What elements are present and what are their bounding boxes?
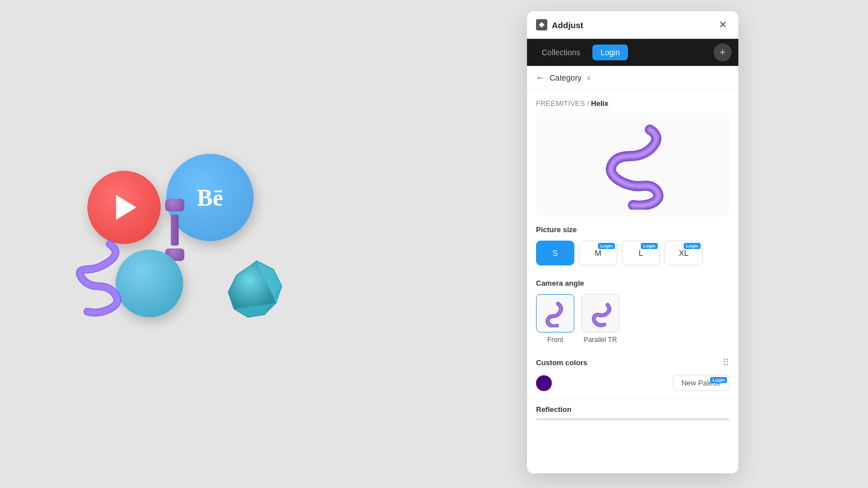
reflection-section: Reflection <box>527 398 738 427</box>
panel-title: Addjust <box>552 20 583 30</box>
collections-tab[interactable]: Collections <box>534 45 588 60</box>
size-buttons-group: S M Login L Login XL Login <box>536 241 729 265</box>
camera-parallel-tr-option[interactable]: Parallel TR <box>581 294 619 344</box>
app-icon <box>536 19 547 30</box>
preview-area <box>536 112 729 216</box>
color-swatch[interactable] <box>536 375 552 391</box>
close-button[interactable]: ✕ <box>716 18 729 32</box>
icons-cluster: Bē <box>70 126 307 362</box>
reflection-slider[interactable] <box>536 418 729 420</box>
youtube-icon <box>87 171 161 244</box>
item-name: Helix <box>591 99 609 108</box>
camera-parallel-tr-label: Parallel TR <box>583 336 617 344</box>
picture-size-title: Picture size <box>536 225 729 234</box>
breadcrumb-category: Category <box>550 73 582 82</box>
login-tab[interactable]: Login <box>592 45 627 60</box>
picture-size-section: Picture size S M Login L Login XL Login <box>527 216 738 270</box>
camera-front-label: Front <box>547 336 563 344</box>
add-button[interactable]: + <box>714 43 732 61</box>
helix-left-icon <box>65 238 132 329</box>
item-path: FREEMITIVES / Helix <box>527 90 738 112</box>
camera-options-group: Front Parallel TR <box>536 294 729 344</box>
panel-header: Addjust ✕ <box>527 11 738 39</box>
custom-colors-title: Custom colors <box>536 358 587 367</box>
size-s-button[interactable]: S <box>536 241 574 265</box>
camera-front-thumb <box>536 294 574 332</box>
panel-title-area: Addjust <box>536 19 583 30</box>
dodecahedron-icon <box>217 255 296 334</box>
dumbbell-top-plate <box>165 199 184 211</box>
size-m-login-badge: Login <box>598 243 615 249</box>
size-m-button[interactable]: M Login <box>579 241 617 265</box>
new-palette-login-badge: Login <box>710 377 727 383</box>
reflection-title: Reflection <box>536 405 729 414</box>
camera-front-option[interactable]: Front <box>536 294 574 344</box>
camera-angle-section: Camera angle Front <box>527 270 738 348</box>
grid-icon[interactable]: ⠿ <box>723 357 729 368</box>
size-l-button[interactable]: L Login <box>622 241 660 265</box>
camera-parallel-tr-thumb <box>581 294 619 332</box>
play-triangle <box>116 195 136 220</box>
panel-content: FREEMITIVES / Helix Picture size <box>527 90 738 473</box>
breadcrumb-row: ← Category ∨ <box>527 66 738 90</box>
camera-angle-title: Camera angle <box>536 279 729 287</box>
nav-bar: Collections Login + <box>527 39 738 66</box>
main-panel: Addjust ✕ Collections Login + ← Category… <box>527 11 738 473</box>
size-l-login-badge: Login <box>641 243 658 249</box>
dumbbell-bar <box>171 215 179 246</box>
size-xl-login-badge: Login <box>684 243 701 249</box>
back-button[interactable]: ← <box>536 73 545 83</box>
behance-label: Bē <box>197 184 223 211</box>
left-icon-area: Bē <box>0 0 378 488</box>
size-xl-button[interactable]: XL Login <box>665 241 703 265</box>
helix-preview-image <box>596 119 670 210</box>
custom-colors-section: Custom colors ⠿ <box>527 348 738 372</box>
colors-row: New Palette Login <box>527 372 738 398</box>
path-prefix: FREEMITIVES / <box>536 99 591 108</box>
chevron-down-icon: ∨ <box>586 74 591 82</box>
new-palette-button[interactable]: New Palette Login <box>673 375 729 391</box>
